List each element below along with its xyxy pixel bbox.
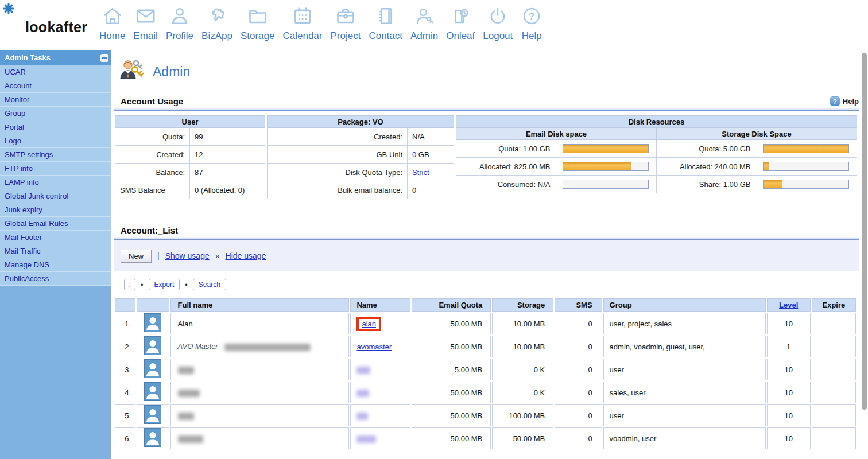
- col-header-sms: SMS: [555, 298, 602, 312]
- help-link[interactable]: ? Help: [830, 96, 859, 106]
- redacted-text: [178, 367, 194, 374]
- sidebar-item-mail-footer[interactable]: Mail Footer: [0, 231, 111, 244]
- sidebar-item-ftp-info[interactable]: FTP info: [0, 162, 111, 176]
- home-icon: [102, 5, 123, 30]
- nav-label: Project: [330, 30, 361, 42]
- sidebar-item-ucar[interactable]: UCAR: [0, 65, 111, 79]
- nav-label: Help: [522, 30, 542, 42]
- sort-button[interactable]: ↓: [124, 279, 135, 290]
- vertical-scrollbar-thumb[interactable]: [862, 53, 867, 410]
- storage-quota-bar-cell: [755, 140, 857, 158]
- redacted-link[interactable]: [356, 390, 369, 397]
- table-row: 6. 50.00 MB 50.00 MB 0 voadmin, user 10: [115, 427, 856, 449]
- bullet-separator: •: [141, 281, 144, 289]
- account-usage-header: Account Usage ? Help: [121, 96, 859, 106]
- avatar-cell: [137, 404, 169, 426]
- sidebar-item-group[interactable]: Group: [0, 107, 111, 120]
- section-divider: [114, 107, 859, 111]
- redacted-link[interactable]: [356, 413, 368, 420]
- admin-key-icon: [413, 5, 435, 30]
- expire-cell: [812, 313, 856, 334]
- storage-disk-space-header: Storage Disk Space: [656, 128, 857, 140]
- toolbar-separator: |: [157, 251, 160, 260]
- redacted-link[interactable]: [356, 435, 376, 443]
- col-header-name: Name: [350, 298, 410, 312]
- expire-cell: [812, 404, 856, 426]
- logo-lookafter: lookafter: [25, 19, 87, 36]
- nav-item-email[interactable]: Email: [133, 5, 158, 42]
- email-quota-cell: 50.00 MB: [412, 336, 491, 357]
- full-name-cell: [170, 359, 350, 380]
- nav-item-admin[interactable]: Admin: [410, 5, 438, 42]
- row-index: 1.: [115, 313, 135, 334]
- sidebar-item-portal[interactable]: Portal: [0, 120, 111, 134]
- nav-item-profile[interactable]: Profile: [166, 5, 193, 42]
- collapse-icon[interactable]: [100, 54, 108, 62]
- user-avatar-icon: [144, 417, 161, 426]
- storage-quota-label: Quota: 5.00 GB: [656, 140, 755, 158]
- nav-item-help[interactable]: ? Help: [521, 5, 542, 42]
- nav-item-logout[interactable]: Logout: [483, 5, 513, 42]
- search-button[interactable]: Search: [193, 279, 226, 290]
- sidebar-item-publicaccess[interactable]: PublicAccess: [0, 272, 111, 286]
- sidebar-item-mail-traffic[interactable]: Mail Traffic: [0, 244, 111, 258]
- show-usage-link[interactable]: Show usage: [165, 251, 210, 260]
- sidebar-item-account[interactable]: Account: [0, 79, 111, 93]
- disk-resources-table: Disk Resources Email Disk space Storage …: [456, 115, 857, 193]
- disk-resources-header: Disk Resources: [456, 116, 857, 128]
- nav-item-storage[interactable]: Storage: [241, 5, 275, 42]
- col-header-full-name: Full name: [170, 298, 350, 312]
- storage-share-bar: [763, 180, 849, 189]
- level-sort-link[interactable]: Level: [779, 301, 798, 309]
- nav-item-home[interactable]: Home: [99, 5, 125, 42]
- export-button[interactable]: Export: [149, 279, 180, 290]
- sidebar-item-monitor[interactable]: Monitor: [0, 93, 111, 107]
- quota-type-link[interactable]: Strict: [412, 168, 429, 177]
- sidebar-item-global-email-rules[interactable]: Global Email Rules: [0, 217, 111, 231]
- account-usage-title: Account Usage: [121, 96, 183, 106]
- avatar-cell: [137, 359, 169, 380]
- sidebar-item-global-junk-control[interactable]: Global Junk control: [0, 189, 111, 203]
- table-header-row: Full name Name Email Quota Storage SMS G…: [115, 298, 856, 312]
- nav-item-contact[interactable]: Contact: [369, 5, 402, 42]
- storage-cell: 0 K: [492, 359, 553, 380]
- help-icon: ?: [830, 96, 840, 106]
- email-consumed-bar: [563, 180, 649, 189]
- highlight-box: alan: [356, 317, 381, 331]
- account-link-avomaster[interactable]: avomaster: [356, 343, 392, 351]
- hide-usage-link[interactable]: Hide usage: [226, 251, 266, 260]
- sidebar-item-smtp-settings[interactable]: SMTP settings: [0, 148, 111, 162]
- sidebar-item-lamp-info[interactable]: LAMP info: [0, 176, 111, 189]
- nav-item-calendar[interactable]: Calendar: [282, 5, 322, 42]
- package-quota-type-label: Disk Quota Type:: [268, 164, 408, 181]
- full-name-cell: AVO Master -: [170, 336, 350, 357]
- page-title: Admin: [153, 64, 190, 80]
- package-created-value: N/A: [408, 128, 454, 146]
- level-cell: 10: [767, 382, 811, 403]
- sidebar-item-logo[interactable]: Logo: [0, 134, 111, 148]
- sidebar-item-junk-expiry[interactable]: Junk expiry: [0, 203, 111, 217]
- email-quota-cell: 50.00 MB: [412, 313, 491, 334]
- user-avatar-icon: [144, 325, 161, 334]
- new-button[interactable]: New: [121, 250, 152, 263]
- sidebar-item-manage-dns[interactable]: Manage DNS: [0, 258, 111, 272]
- redacted-link[interactable]: [356, 367, 370, 374]
- account-link-alan[interactable]: alan: [362, 320, 376, 328]
- redacted-text: [178, 390, 200, 397]
- table-row: 5. 50.00 MB 100.00 MB 0 user 10: [115, 404, 856, 426]
- page-header: Admin: [117, 59, 868, 85]
- storage-share-label: Share: 1.00 GB: [656, 176, 755, 193]
- avatar-cell: [137, 336, 169, 357]
- top-bar: lookafter Home Email Profile BizApp Stor…: [0, 0, 868, 50]
- nav-item-bizapp[interactable]: BizApp: [202, 5, 232, 42]
- nav-item-project[interactable]: Project: [330, 5, 361, 42]
- name-cell: [350, 359, 410, 380]
- email-consumed-bar-cell: [555, 176, 657, 193]
- nav-item-onleaf[interactable]: Onleaf: [446, 5, 475, 42]
- full-name-cell: Alan: [170, 313, 350, 334]
- storage-allocated-bar-cell: [755, 158, 857, 176]
- account-usage-tables: User Quota: 99 Created: 12 Balance: 87 S…: [115, 115, 868, 199]
- power-icon: [487, 5, 509, 30]
- user-table-header: User: [115, 116, 265, 128]
- email-quota-bar-fill: [563, 145, 648, 153]
